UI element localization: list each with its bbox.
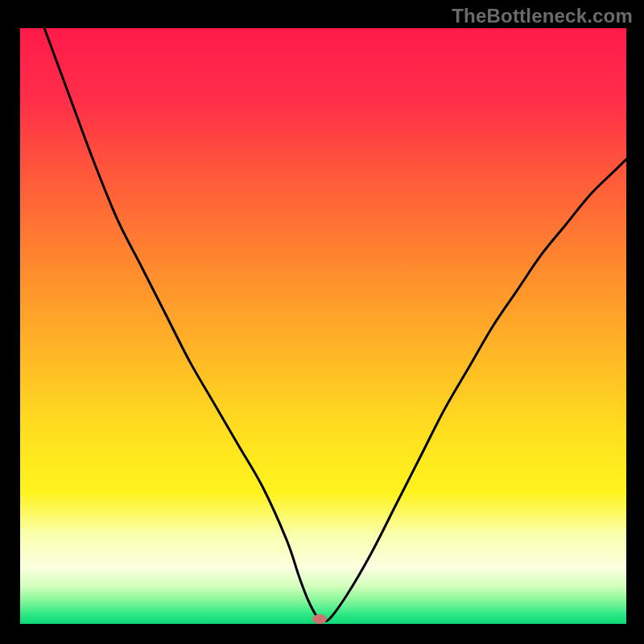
- bottleneck-curve: [44, 28, 626, 621]
- plot-area: [20, 28, 626, 624]
- optimum-marker: [312, 614, 327, 624]
- curve-layer: [20, 28, 626, 624]
- figure-root: TheBottleneck.com: [0, 0, 644, 644]
- watermark-text: TheBottleneck.com: [452, 5, 633, 27]
